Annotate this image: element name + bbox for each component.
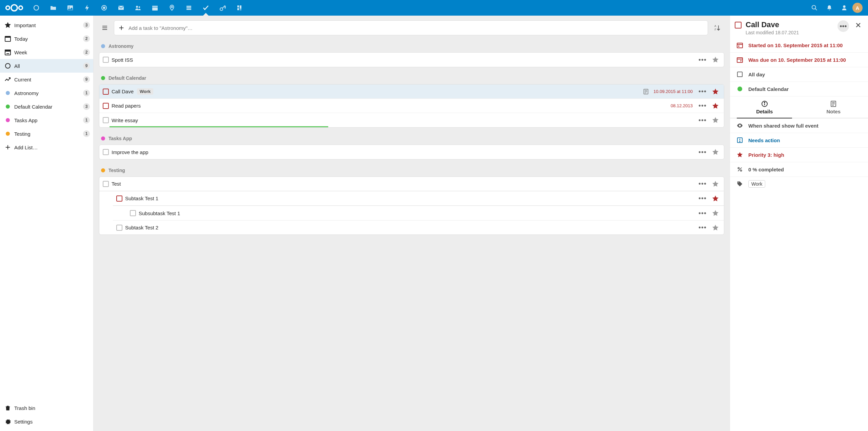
- app-deck[interactable]: [180, 0, 197, 16]
- note-icon[interactable]: [641, 89, 651, 95]
- menu-toggle-icon[interactable]: [99, 22, 111, 34]
- app-maps[interactable]: [163, 0, 180, 16]
- star-icon[interactable]: [710, 88, 721, 95]
- task-row[interactable]: Write essay •••: [99, 113, 724, 127]
- nav-count: 1: [83, 90, 90, 96]
- detail-menu-icon[interactable]: •••: [837, 20, 849, 32]
- app-tasks[interactable]: [197, 0, 214, 16]
- task-row[interactable]: Improve the app •••: [99, 145, 724, 159]
- detail-calendar[interactable]: Default Calendar: [730, 82, 868, 96]
- nav-list-tasks-app[interactable]: Tasks App 1: [0, 113, 93, 127]
- app-talk[interactable]: [96, 0, 113, 16]
- detail-tags[interactable]: Work: [730, 177, 868, 191]
- task-group-default-calendar: Default Calendar Call Dave Work 10.09.20…: [99, 72, 724, 128]
- task-row[interactable]: Subsubtask Test 1 •••: [126, 206, 724, 220]
- sort-button[interactable]: AZ: [711, 21, 724, 34]
- nav-trash[interactable]: Trash bin: [0, 401, 93, 415]
- nav-list-testing[interactable]: Testing 1: [0, 127, 93, 140]
- task-checkbox[interactable]: [103, 149, 109, 155]
- app-passwords[interactable]: [214, 0, 231, 16]
- nav-list-default-calendar[interactable]: Default Calendar 3: [0, 100, 93, 113]
- nav-today[interactable]: Today 2: [0, 32, 93, 45]
- nav-important[interactable]: Important 3: [0, 18, 93, 32]
- task-checkbox[interactable]: [103, 103, 109, 109]
- task-menu-icon[interactable]: •••: [697, 224, 708, 231]
- star-icon[interactable]: [710, 224, 721, 231]
- nav-all[interactable]: All 9: [0, 59, 93, 73]
- tag-icon: [736, 180, 744, 188]
- task-menu-icon[interactable]: •••: [697, 88, 708, 95]
- app-files[interactable]: [45, 0, 62, 16]
- app-mail[interactable]: [113, 0, 130, 16]
- task-checkbox[interactable]: [103, 89, 109, 95]
- group-header[interactable]: Testing: [99, 164, 724, 176]
- task-row[interactable]: Subtask Test 2 •••: [113, 220, 724, 235]
- task-title: Read papers: [112, 103, 668, 109]
- task-menu-icon[interactable]: •••: [697, 148, 708, 156]
- task-menu-icon[interactable]: •••: [697, 102, 708, 110]
- star-icon[interactable]: [710, 102, 721, 109]
- app-more[interactable]: [231, 0, 248, 16]
- nav-add-list[interactable]: Add List…: [0, 140, 93, 154]
- svg-rect-20: [237, 5, 239, 7]
- task-checkbox[interactable]: [103, 117, 109, 123]
- nav-label: Settings: [14, 419, 90, 425]
- add-task-field[interactable]: [129, 25, 704, 31]
- notifications-icon[interactable]: [823, 1, 836, 15]
- task-checkbox[interactable]: [130, 210, 136, 216]
- close-icon[interactable]: ✕: [853, 20, 863, 31]
- nav-week[interactable]: Week 2: [0, 45, 93, 59]
- task-row[interactable]: Test •••: [99, 177, 724, 191]
- task-checkbox[interactable]: [103, 57, 109, 63]
- task-menu-icon[interactable]: •••: [697, 56, 708, 64]
- detail-shared[interactable]: When shared show full event: [730, 118, 868, 133]
- app-switcher: [28, 0, 808, 16]
- star-icon[interactable]: [710, 195, 721, 202]
- star-icon[interactable]: [710, 117, 721, 124]
- nav-list-astronomy[interactable]: Astronomy 1: [0, 86, 93, 100]
- detail-all-day[interactable]: All day: [730, 67, 868, 82]
- task-menu-icon[interactable]: •••: [697, 209, 708, 217]
- tag-chip[interactable]: Work: [748, 180, 765, 188]
- task-row[interactable]: Subtask Test 1 •••: [113, 191, 724, 206]
- detail-panel: Call Dave Last modified 18.07.2021 ••• ✕…: [730, 16, 868, 431]
- task-checkbox[interactable]: [116, 225, 122, 231]
- tab-notes[interactable]: Notes: [799, 98, 868, 118]
- detail-status[interactable]: Needs action: [730, 133, 868, 148]
- app-dashboard[interactable]: [28, 0, 45, 16]
- task-row[interactable]: Read papers 08.12.2013 •••: [99, 99, 724, 113]
- nav-settings[interactable]: Settings: [0, 415, 93, 428]
- task-row[interactable]: Spott ISS •••: [99, 53, 724, 67]
- detail-checkbox[interactable]: [735, 22, 742, 29]
- star-icon[interactable]: [710, 181, 721, 187]
- detail-start-date[interactable]: Started on 10. September 2015 at 11:00: [730, 38, 868, 53]
- task-menu-icon[interactable]: •••: [697, 116, 708, 124]
- app-activity[interactable]: [79, 0, 96, 16]
- app-photos[interactable]: [62, 0, 79, 16]
- task-menu-icon[interactable]: •••: [697, 194, 708, 202]
- star-icon[interactable]: [710, 149, 721, 155]
- user-avatar[interactable]: A: [852, 3, 863, 13]
- search-icon[interactable]: [808, 1, 821, 15]
- detail-title[interactable]: Call Dave: [746, 20, 833, 29]
- app-calendar[interactable]: [146, 0, 163, 16]
- top-bar: A: [0, 0, 868, 16]
- task-row[interactable]: Call Dave Work 10.09.2015 at 11:00 •••: [99, 85, 724, 99]
- tab-details[interactable]: Details: [730, 98, 799, 118]
- group-header[interactable]: Tasks App: [99, 132, 724, 145]
- nextcloud-logo[interactable]: [5, 3, 24, 13]
- detail-percent[interactable]: 0 % completed: [730, 162, 868, 177]
- star-icon[interactable]: [710, 56, 721, 63]
- add-task-input[interactable]: [114, 20, 708, 35]
- task-menu-icon[interactable]: •••: [697, 180, 708, 188]
- group-header[interactable]: Default Calendar: [99, 72, 724, 84]
- app-contacts[interactable]: [130, 0, 146, 16]
- detail-priority[interactable]: Priority 3: high: [730, 148, 868, 162]
- contacts-menu-icon[interactable]: [837, 1, 851, 15]
- task-checkbox[interactable]: [103, 181, 109, 187]
- nav-current[interactable]: Current 9: [0, 73, 93, 86]
- star-icon[interactable]: [710, 210, 721, 217]
- detail-due-date[interactable]: Was due on 10. September 2015 at 11:00: [730, 53, 868, 67]
- task-checkbox[interactable]: [116, 195, 122, 202]
- group-header[interactable]: Astronomy: [99, 40, 724, 52]
